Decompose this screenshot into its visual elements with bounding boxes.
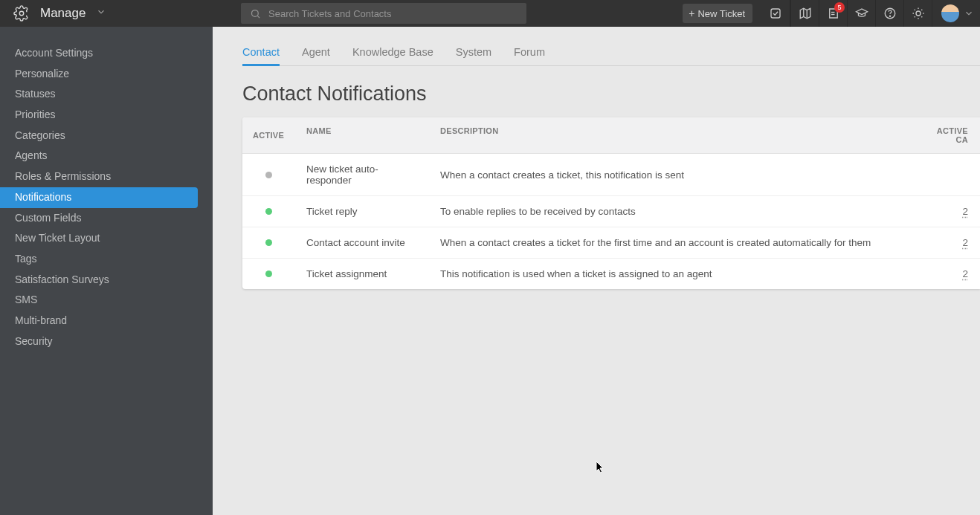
tab-agent[interactable]: Agent [302,46,330,65]
chevron-down-icon [964,8,974,19]
notification-badge: 5 [834,2,845,13]
academy-icon[interactable] [847,0,875,27]
cell-description: This notification is used when a ticket … [428,259,921,289]
tabs: ContactAgentKnowledge BaseSystemForum [242,46,980,66]
sidebar-item-agents[interactable]: Agents [0,146,213,166]
status-dot-active [265,208,272,215]
sidebar-item-roles-permissions[interactable]: Roles & Permissions [0,166,213,187]
svg-point-1 [252,10,259,16]
cell-description: To enable replies to be received by cont… [428,196,921,227]
table-row[interactable]: Ticket assignmentThis notification is us… [242,259,980,289]
tab-knowledge-base[interactable]: Knowledge Base [352,46,433,65]
svg-line-18 [914,16,915,17]
table-row[interactable]: Contact account inviteWhen a contact cre… [242,227,980,259]
cell-count [921,165,980,184]
cell-active [242,230,294,256]
search-input[interactable] [268,8,518,19]
svg-line-14 [914,10,915,10]
theme-icon[interactable] [903,0,932,27]
help-icon[interactable] [875,0,903,27]
svg-point-10 [889,16,890,16]
sidebar-item-statuses[interactable]: Statuses [0,84,213,105]
gear-icon[interactable] [13,5,30,22]
svg-point-0 [19,11,24,16]
page-title: Contact Notifications [242,82,980,106]
cell-name: New ticket auto-responder [294,154,428,195]
status-dot-active [265,271,272,277]
new-ticket-button[interactable]: + New Ticket [683,4,752,23]
tab-forum[interactable]: Forum [514,46,545,65]
cell-name: Contact account invite [294,227,428,258]
plus-icon: + [689,8,694,19]
cell-active [242,162,294,188]
notifications-table: ACTIVE NAME DESCRIPTION ACTIVE CA New ti… [242,117,980,289]
svg-point-11 [916,11,921,16]
svg-line-19 [921,10,922,10]
sidebar-item-sms[interactable]: SMS [0,290,213,311]
tab-contact[interactable]: Contact [242,46,280,65]
search-icon [250,8,261,19]
topbar: Manage + New Ticket 5 [0,0,980,27]
table-row[interactable]: New ticket auto-responderWhen a contact … [242,154,980,196]
map-icon[interactable] [790,0,819,27]
sidebar-item-account-settings[interactable]: Account Settings [0,43,213,64]
sidebar: Account SettingsPersonalizeStatusesPrior… [0,27,213,515]
sidebar-item-notifications[interactable]: Notifications [0,187,198,208]
svg-rect-3 [771,9,780,18]
topbar-right: + New Ticket 5 [683,0,980,27]
sidebar-item-multi-brand[interactable]: Multi-brand [0,311,213,331]
cell-count: 2 [921,259,980,289]
table-header-row: ACTIVE NAME DESCRIPTION ACTIVE CA [242,117,980,154]
th-description: DESCRIPTION [428,117,921,153]
cell-active [242,198,294,224]
tab-system[interactable]: System [456,46,491,65]
cell-count: 2 [921,227,980,258]
svg-marker-4 [800,8,810,19]
sidebar-item-satisfaction-surveys[interactable]: Satisfaction Surveys [0,270,213,291]
chevron-down-icon[interactable] [96,7,106,20]
th-name: NAME [294,117,428,153]
table-row[interactable]: Ticket replyTo enable replies to be rece… [242,196,980,227]
status-dot-active [265,239,272,246]
sidebar-item-new-ticket-layout[interactable]: New Ticket Layout [0,228,213,249]
approvals-icon[interactable] [761,0,790,27]
new-ticket-label: New Ticket [697,8,745,19]
cell-description: When a contact creates a ticket, this no… [428,160,921,190]
sidebar-item-personalize[interactable]: Personalize [0,64,213,85]
user-menu[interactable] [932,0,980,27]
cell-name: Ticket reply [294,196,428,227]
svg-line-2 [257,16,259,18]
search-bar[interactable] [241,3,526,24]
cell-name: Ticket assignment [294,259,428,289]
sidebar-item-priorities[interactable]: Priorities [0,105,213,126]
page-section-title[interactable]: Manage [40,6,86,21]
cell-count: 2 [921,196,980,227]
topbar-left: Manage [0,5,213,22]
inbox-icon[interactable]: 5 [819,0,847,27]
sidebar-item-custom-fields[interactable]: Custom Fields [0,208,213,229]
sidebar-item-security[interactable]: Security [0,331,213,352]
th-active: ACTIVE [242,117,294,153]
cell-active [242,261,294,287]
svg-line-15 [921,16,922,17]
cell-description: When a contact creates a ticket for the … [428,227,921,258]
sidebar-item-tags[interactable]: Tags [0,249,213,270]
th-active-cases: ACTIVE CA [921,117,980,153]
main-content: ContactAgentKnowledge BaseSystemForum Co… [213,27,980,515]
status-dot-inactive [265,172,272,178]
avatar [941,4,959,22]
sidebar-item-categories[interactable]: Categories [0,126,213,146]
cursor-icon [596,461,605,474]
